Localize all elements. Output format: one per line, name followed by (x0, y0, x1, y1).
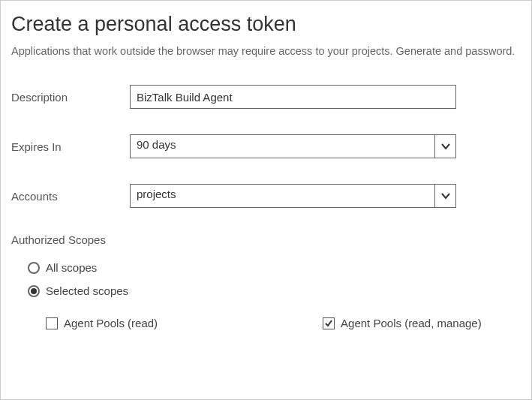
expires-select[interactable]: 90 days (130, 134, 456, 158)
agent-pools-read-checkbox[interactable]: Agent Pools (read) (46, 317, 158, 329)
agent-pools-read-manage-checkbox[interactable]: Agent Pools (read, manage) (323, 317, 482, 329)
expires-label: Expires In (11, 140, 130, 153)
radio-icon (28, 285, 40, 297)
all-scopes-label: All scopes (46, 261, 97, 274)
selected-scopes-label: Selected scopes (46, 284, 128, 297)
description-row: Description (11, 85, 521, 109)
agent-pools-read-label: Agent Pools (read) (64, 317, 158, 329)
accounts-row: Accounts projects (11, 184, 521, 208)
authorized-scopes-header: Authorized Scopes (11, 233, 521, 246)
all-scopes-radio[interactable]: All scopes (28, 261, 521, 274)
accounts-label: Accounts (11, 190, 130, 203)
page-title: Create a personal access token (11, 13, 521, 36)
page-subtitle: Applications that work outside the brows… (11, 44, 521, 59)
description-input[interactable] (130, 85, 456, 109)
expires-row: Expires In 90 days (11, 134, 521, 158)
selected-scopes-radio[interactable]: Selected scopes (28, 284, 521, 297)
checkbox-icon (323, 317, 335, 329)
description-label: Description (11, 91, 130, 104)
checkbox-icon (46, 317, 58, 329)
accounts-select[interactable]: projects (130, 184, 456, 208)
radio-icon (28, 262, 40, 274)
agent-pools-read-manage-label: Agent Pools (read, manage) (341, 317, 482, 329)
